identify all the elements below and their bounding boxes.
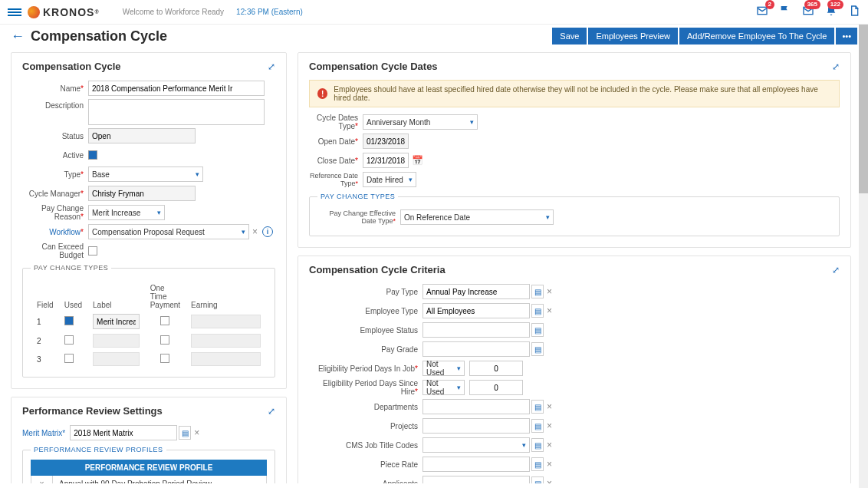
clear-icon[interactable]: × [547, 459, 552, 470]
merit-matrix-link[interactable]: Merit Matrix* [22, 429, 65, 437]
lookup-icon[interactable]: ▤ [531, 323, 544, 337]
pct-legend: PAY CHANGE TYPES [31, 264, 111, 272]
save-button[interactable]: Save [552, 28, 587, 45]
card-title: Performance Review Settings [22, 405, 163, 417]
lookup-icon[interactable]: ▤ [531, 304, 544, 318]
status-label: Status [22, 132, 88, 140]
elig-job-select[interactable]: Not Used [422, 361, 465, 376]
alert-banner: !Employees should have at least specifie… [309, 80, 840, 107]
used-checkbox[interactable] [64, 354, 74, 363]
paygrade-input[interactable] [422, 341, 530, 357]
profiles-legend: PERFORMANCE REVIEW PROFILES [31, 446, 166, 453]
cycle-dates-type-select[interactable]: Anniversary Month [363, 114, 478, 130]
compensation-cycle-criteria-card: Compensation Cycle Criteria⤢ Pay Type▤× … [298, 256, 851, 483]
workflow-clear-icon[interactable]: × [252, 226, 258, 237]
table-row: 2 [32, 332, 265, 349]
empstatus-input[interactable] [422, 322, 530, 338]
calendar-icon[interactable]: 📅 [412, 155, 423, 166]
card-title: Compensation Cycle Dates [309, 61, 438, 72]
projects-input[interactable] [422, 418, 530, 434]
mail-badge: 2 [765, 0, 774, 9]
workflow-info-icon[interactable]: i [262, 226, 273, 237]
emptype-input[interactable] [422, 303, 530, 318]
active-checkbox[interactable] [88, 150, 97, 160]
card-title: Compensation Cycle Criteria [309, 264, 446, 275]
close-date-label: Close Date [309, 157, 363, 165]
clear-icon[interactable]: × [547, 305, 552, 316]
used-checkbox[interactable] [64, 335, 74, 345]
profiles-fieldset: PERFORMANCE REVIEW PROFILES PERFORMANCE … [22, 446, 275, 483]
paytype-input[interactable] [422, 284, 530, 299]
doc-icon[interactable] [848, 5, 860, 19]
close-date-input[interactable] [363, 153, 409, 168]
workflow-select[interactable]: Compensation Proposal Request [88, 224, 249, 239]
manager-field [88, 186, 196, 201]
scrollbar-thumb[interactable] [859, 25, 868, 193]
clear-icon[interactable]: × [547, 420, 552, 431]
pct-label-input[interactable] [93, 314, 140, 329]
employees-preview-button[interactable]: Employees Preview [588, 28, 678, 45]
expand-icon[interactable]: ⤢ [832, 61, 840, 72]
otp-checkbox[interactable] [160, 316, 169, 325]
ref-date-type-select[interactable]: Date Hired [363, 172, 416, 187]
scrollbar[interactable] [859, 25, 868, 488]
back-arrow-icon[interactable]: ← [11, 28, 25, 45]
mail2-icon[interactable]: 365 [802, 5, 814, 19]
card-title: Compensation Cycle [22, 61, 121, 72]
eff-date-type-select[interactable]: On Reference Date [400, 209, 554, 225]
description-input[interactable] [88, 99, 265, 125]
welcome-text: Welcome to Workforce Ready [123, 8, 224, 16]
workflow-label[interactable]: Workflow [22, 228, 88, 236]
type-select[interactable]: Base [88, 167, 203, 182]
elig-hire-value[interactable] [469, 380, 523, 395]
clear-icon[interactable]: × [547, 478, 552, 483]
expand-icon[interactable]: ⤢ [268, 61, 275, 72]
merit-matrix-input[interactable] [70, 425, 177, 440]
piecerate-input[interactable] [422, 457, 530, 472]
expand-icon[interactable]: ⤢ [832, 265, 840, 275]
add-remove-employee-button[interactable]: Add/Remove Employee To The Cycle [679, 28, 834, 45]
desc-label: Description [22, 99, 88, 110]
lookup-icon[interactable]: ▤ [531, 438, 544, 452]
merit-lookup-icon[interactable]: ▤ [179, 426, 191, 440]
departments-input[interactable] [422, 399, 530, 414]
type-label: Type [22, 170, 88, 179]
lookup-icon[interactable]: ▤ [531, 457, 544, 471]
clear-icon[interactable]: × [547, 440, 552, 450]
table-row: 1 [32, 312, 265, 331]
exceed-checkbox[interactable] [88, 246, 97, 256]
earning-cell [191, 315, 261, 328]
flag-icon[interactable] [779, 5, 791, 19]
name-input[interactable] [88, 81, 265, 96]
merit-clear-icon[interactable]: × [194, 427, 199, 438]
lookup-icon[interactable]: ▤ [531, 400, 544, 414]
clear-icon[interactable]: × [547, 286, 552, 297]
clock-text: 12:36 PM (Eastern) [236, 8, 303, 16]
logo-mark [28, 6, 40, 18]
eff-date-type-label: Pay Change Effective Date Type [317, 209, 400, 225]
more-actions-button[interactable]: ••• [836, 28, 857, 45]
expand-icon[interactable]: ⤢ [268, 406, 275, 417]
reason-select[interactable]: Merit Increase [88, 205, 165, 220]
elig-job-value[interactable] [469, 361, 523, 376]
used-checkbox[interactable] [64, 316, 74, 325]
alert-icon: ! [317, 88, 327, 99]
clear-icon[interactable]: × [547, 401, 552, 412]
lookup-icon[interactable]: ▤ [531, 419, 544, 433]
topbar: KRONOS® Welcome to Workforce Ready 12:36… [0, 0, 868, 25]
cms-select[interactable] [422, 437, 530, 453]
lookup-icon[interactable]: ▤ [531, 285, 544, 298]
applicants-input[interactable] [422, 476, 530, 483]
profile-remove-icon[interactable]: × [31, 476, 53, 483]
lookup-icon[interactable]: ▤ [531, 476, 544, 483]
active-label: Active [22, 151, 88, 160]
name-label: Name [22, 84, 88, 93]
lookup-icon[interactable]: ▤ [531, 342, 544, 356]
bell-icon[interactable]: 122 [825, 5, 837, 19]
compensation-cycle-dates-card: Compensation Cycle Dates⤢ !Employees sho… [298, 52, 851, 248]
hamburger-menu[interactable] [8, 7, 21, 18]
mail-icon[interactable]: 2 [756, 5, 768, 19]
reason-label: Pay Change Reason [22, 204, 88, 221]
elig-hire-select[interactable]: Not Used [422, 380, 465, 395]
pay-change-types-fieldset-dates: PAY CHANGE TYPES Pay Change Effective Da… [309, 193, 840, 236]
